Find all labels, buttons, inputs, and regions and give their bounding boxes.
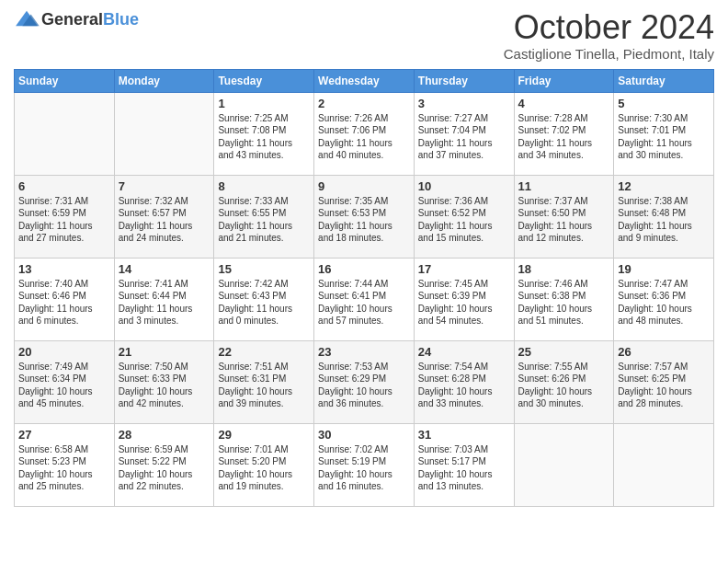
calendar-week-row: 6Sunrise: 7:31 AM Sunset: 6:59 PM Daylig…: [15, 175, 714, 258]
day-info: Sunrise: 7:28 AM Sunset: 7:02 PM Dayligh…: [518, 112, 610, 162]
day-number: 20: [18, 345, 110, 359]
calendar-cell: [114, 92, 214, 175]
location-title: Castiglione Tinella, Piedmont, Italy: [504, 46, 714, 62]
calendar-cell: [614, 423, 714, 506]
day-info: Sunrise: 7:25 AM Sunset: 7:08 PM Dayligh…: [218, 112, 310, 162]
logo: GeneralBlue: [14, 9, 139, 29]
calendar-week-row: 20Sunrise: 7:49 AM Sunset: 6:34 PM Dayli…: [15, 340, 714, 423]
day-info: Sunrise: 7:44 AM Sunset: 6:41 PM Dayligh…: [318, 278, 410, 327]
day-number: 5: [618, 97, 710, 110]
calendar-week-row: 13Sunrise: 7:40 AM Sunset: 6:46 PM Dayli…: [15, 258, 714, 340]
day-number: 22: [218, 345, 310, 359]
calendar-cell: 6Sunrise: 7:31 AM Sunset: 6:59 PM Daylig…: [15, 175, 115, 258]
day-info: Sunrise: 7:26 AM Sunset: 7:06 PM Dayligh…: [318, 112, 410, 162]
calendar-cell: 18Sunrise: 7:46 AM Sunset: 6:38 PM Dayli…: [514, 258, 614, 340]
day-number: 12: [618, 179, 710, 193]
day-info: Sunrise: 7:47 AM Sunset: 6:36 PM Dayligh…: [618, 278, 710, 327]
day-info: Sunrise: 7:49 AM Sunset: 6:34 PM Dayligh…: [18, 361, 110, 410]
calendar-cell: 20Sunrise: 7:49 AM Sunset: 6:34 PM Dayli…: [15, 340, 115, 423]
calendar-cell: 1Sunrise: 7:25 AM Sunset: 7:08 PM Daylig…: [214, 92, 314, 175]
logo-blue: Blue: [103, 10, 139, 29]
calendar-week-row: 27Sunrise: 6:58 AM Sunset: 5:23 PM Dayli…: [15, 423, 714, 506]
calendar-week-row: 1Sunrise: 7:25 AM Sunset: 7:08 PM Daylig…: [15, 92, 714, 175]
calendar-cell: 22Sunrise: 7:51 AM Sunset: 6:31 PM Dayli…: [214, 340, 314, 423]
calendar-cell: 11Sunrise: 7:37 AM Sunset: 6:50 PM Dayli…: [514, 175, 614, 258]
weekday-header-cell: Wednesday: [314, 69, 415, 92]
calendar-cell: 21Sunrise: 7:50 AM Sunset: 6:33 PM Dayli…: [114, 340, 214, 423]
calendar-cell: 28Sunrise: 6:59 AM Sunset: 5:22 PM Dayli…: [114, 423, 214, 506]
day-info: Sunrise: 7:32 AM Sunset: 6:57 PM Dayligh…: [119, 195, 210, 245]
weekday-header-cell: Thursday: [414, 69, 514, 92]
day-info: Sunrise: 7:03 AM Sunset: 5:17 PM Dayligh…: [418, 443, 510, 493]
day-number: 21: [119, 345, 210, 359]
calendar-cell: 25Sunrise: 7:55 AM Sunset: 6:26 PM Dayli…: [514, 340, 614, 423]
day-number: 30: [318, 428, 410, 442]
calendar-cell: [15, 92, 115, 175]
day-info: Sunrise: 7:42 AM Sunset: 6:43 PM Dayligh…: [218, 278, 310, 327]
logo-general: General: [41, 10, 103, 29]
day-info: Sunrise: 7:35 AM Sunset: 6:53 PM Dayligh…: [318, 195, 410, 245]
calendar-cell: 29Sunrise: 7:01 AM Sunset: 5:20 PM Dayli…: [214, 423, 314, 506]
day-number: 4: [518, 97, 610, 110]
day-number: 28: [119, 428, 210, 442]
day-number: 31: [418, 428, 510, 442]
day-info: Sunrise: 7:27 AM Sunset: 7:04 PM Dayligh…: [418, 112, 510, 162]
day-info: Sunrise: 6:59 AM Sunset: 5:22 PM Dayligh…: [119, 443, 210, 493]
day-number: 14: [119, 262, 210, 276]
day-info: Sunrise: 7:50 AM Sunset: 6:33 PM Dayligh…: [119, 361, 210, 410]
calendar-cell: 5Sunrise: 7:30 AM Sunset: 7:01 PM Daylig…: [614, 92, 714, 175]
calendar-cell: 30Sunrise: 7:02 AM Sunset: 5:19 PM Dayli…: [314, 423, 415, 506]
day-number: 18: [518, 262, 610, 276]
calendar-cell: 7Sunrise: 7:32 AM Sunset: 6:57 PM Daylig…: [114, 175, 214, 258]
day-number: 13: [18, 262, 110, 276]
calendar-cell: 15Sunrise: 7:42 AM Sunset: 6:43 PM Dayli…: [214, 258, 314, 340]
calendar-cell: 26Sunrise: 7:57 AM Sunset: 6:25 PM Dayli…: [614, 340, 714, 423]
weekday-header-row: SundayMondayTuesdayWednesdayThursdayFrid…: [15, 69, 714, 92]
day-info: Sunrise: 7:02 AM Sunset: 5:19 PM Dayligh…: [318, 443, 410, 493]
calendar-cell: 24Sunrise: 7:54 AM Sunset: 6:28 PM Dayli…: [414, 340, 514, 423]
calendar-cell: 9Sunrise: 7:35 AM Sunset: 6:53 PM Daylig…: [314, 175, 415, 258]
logo-icon: [14, 9, 40, 29]
day-number: 15: [218, 262, 310, 276]
day-number: 2: [318, 97, 410, 110]
day-number: 26: [618, 345, 710, 359]
day-info: Sunrise: 6:58 AM Sunset: 5:23 PM Dayligh…: [18, 443, 110, 493]
day-info: Sunrise: 7:41 AM Sunset: 6:44 PM Dayligh…: [119, 278, 210, 327]
day-info: Sunrise: 7:37 AM Sunset: 6:50 PM Dayligh…: [518, 195, 610, 245]
day-number: 8: [218, 179, 310, 193]
calendar-cell: 4Sunrise: 7:28 AM Sunset: 7:02 PM Daylig…: [514, 92, 614, 175]
day-info: Sunrise: 7:54 AM Sunset: 6:28 PM Dayligh…: [418, 361, 510, 410]
day-info: Sunrise: 7:53 AM Sunset: 6:29 PM Dayligh…: [318, 361, 410, 410]
day-info: Sunrise: 7:38 AM Sunset: 6:48 PM Dayligh…: [618, 195, 710, 245]
day-info: Sunrise: 7:36 AM Sunset: 6:52 PM Dayligh…: [418, 195, 510, 245]
month-title: October 2024: [504, 9, 714, 46]
day-info: Sunrise: 7:30 AM Sunset: 7:01 PM Dayligh…: [618, 112, 710, 162]
day-number: 7: [119, 179, 210, 193]
calendar-body: 1Sunrise: 7:25 AM Sunset: 7:08 PM Daylig…: [15, 92, 714, 506]
day-info: Sunrise: 7:55 AM Sunset: 6:26 PM Dayligh…: [518, 361, 610, 410]
calendar-cell: [514, 423, 614, 506]
day-info: Sunrise: 7:40 AM Sunset: 6:46 PM Dayligh…: [18, 278, 110, 327]
weekday-header-cell: Monday: [114, 69, 214, 92]
calendar-cell: 8Sunrise: 7:33 AM Sunset: 6:55 PM Daylig…: [214, 175, 314, 258]
day-info: Sunrise: 7:45 AM Sunset: 6:39 PM Dayligh…: [418, 278, 510, 327]
day-number: 23: [318, 345, 410, 359]
calendar-cell: 3Sunrise: 7:27 AM Sunset: 7:04 PM Daylig…: [414, 92, 514, 175]
day-number: 24: [418, 345, 510, 359]
day-number: 6: [18, 179, 110, 193]
day-number: 16: [318, 262, 410, 276]
calendar-cell: 10Sunrise: 7:36 AM Sunset: 6:52 PM Dayli…: [414, 175, 514, 258]
weekday-header-cell: Friday: [514, 69, 614, 92]
day-info: Sunrise: 7:46 AM Sunset: 6:38 PM Dayligh…: [518, 278, 610, 327]
day-info: Sunrise: 7:01 AM Sunset: 5:20 PM Dayligh…: [218, 443, 310, 493]
day-number: 9: [318, 179, 410, 193]
day-number: 19: [618, 262, 710, 276]
day-number: 25: [518, 345, 610, 359]
weekday-header-cell: Saturday: [614, 69, 714, 92]
day-info: Sunrise: 7:57 AM Sunset: 6:25 PM Dayligh…: [618, 361, 710, 410]
day-number: 3: [418, 97, 510, 110]
calendar-cell: 31Sunrise: 7:03 AM Sunset: 5:17 PM Dayli…: [414, 423, 514, 506]
page-header: GeneralBlue October 2024 Castiglione Tin…: [14, 9, 714, 62]
weekday-header-cell: Sunday: [15, 69, 115, 92]
calendar-cell: 13Sunrise: 7:40 AM Sunset: 6:46 PM Dayli…: [15, 258, 115, 340]
